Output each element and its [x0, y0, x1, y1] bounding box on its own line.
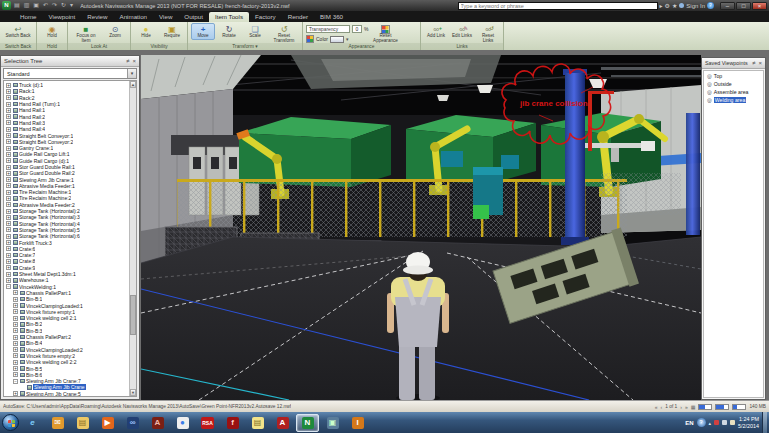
pin-icon[interactable]: ≠ — [126, 58, 129, 64]
network-tray-icon[interactable] — [722, 420, 727, 425]
tree-scrollbar[interactable]: ▲ ▼ — [129, 81, 136, 396]
tab-render[interactable]: Render — [282, 12, 314, 22]
chevron-down-icon[interactable]: ▾ — [127, 69, 136, 78]
expand-icon[interactable]: + — [13, 309, 18, 314]
minimize-button[interactable]: – — [720, 2, 735, 10]
reset-appearance-button[interactable]: Reset Appearance — [370, 23, 400, 45]
explorer-folder-icon[interactable]: ▤ — [71, 414, 94, 432]
flash-icon[interactable]: f — [221, 414, 244, 432]
scale-button[interactable]: ❏ Scale — [243, 23, 267, 40]
hide-button[interactable]: ● Hide — [134, 23, 158, 40]
expand-icon[interactable]: + — [6, 158, 11, 163]
close-button[interactable]: × — [752, 2, 767, 10]
visual-studio-icon[interactable]: ∞ — [121, 414, 144, 432]
tab-bim-360[interactable]: BIM 360 — [314, 12, 349, 22]
expand-icon[interactable]: + — [6, 209, 11, 214]
start-button[interactable] — [2, 414, 19, 431]
expand-icon[interactable]: + — [13, 353, 18, 358]
color-swatch[interactable] — [330, 36, 344, 43]
expand-icon[interactable]: + — [13, 297, 18, 302]
tab-output[interactable]: Output — [178, 12, 209, 22]
expand-icon[interactable]: + — [13, 290, 18, 295]
expand-icon[interactable]: + — [6, 171, 11, 176]
viewpoint-item[interactable]: ◎Outside — [704, 80, 763, 88]
expand-icon[interactable]: + — [6, 127, 11, 132]
color-dropdown-icon[interactable]: ▾ — [346, 36, 349, 42]
require-button[interactable]: ▣ Require — [160, 23, 184, 40]
first-sheet-icon[interactable]: « — [655, 404, 658, 410]
viewpoint-item[interactable]: ◎Assemble area — [704, 88, 763, 96]
expand-icon[interactable]: + — [13, 335, 18, 340]
sign-in-label[interactable]: Sign In — [686, 2, 705, 10]
print-icon[interactable]: ▣ — [32, 1, 40, 10]
expand-icon[interactable]: + — [6, 120, 11, 125]
expand-icon[interactable]: + — [6, 253, 11, 258]
viewport-3d[interactable]: jib crane collision — [141, 55, 701, 400]
expand-icon[interactable]: + — [13, 328, 18, 333]
open-icon[interactable]: ▤ — [13, 1, 21, 10]
expand-icon[interactable]: + — [6, 114, 11, 119]
favorites-star-icon[interactable]: ★ — [672, 2, 677, 10]
expand-icon[interactable]: + — [6, 108, 11, 113]
expand-icon[interactable]: + — [6, 152, 11, 157]
expand-icon[interactable]: + — [6, 234, 11, 239]
expand-icon[interactable]: + — [6, 259, 11, 264]
last-sheet-icon[interactable]: » — [685, 404, 688, 410]
expand-icon[interactable]: + — [13, 372, 18, 377]
expand-icon[interactable]: + — [6, 102, 11, 107]
transparency-value[interactable]: 0 — [352, 25, 362, 33]
redo-icon[interactable]: ↷ — [51, 1, 58, 10]
move-button[interactable]: + Move — [191, 23, 215, 40]
expand-icon[interactable]: + — [6, 265, 11, 270]
expand-icon[interactable]: + — [6, 146, 11, 151]
expand-icon[interactable]: + — [6, 227, 11, 232]
tab-home[interactable]: Home — [14, 12, 43, 22]
viewpoint-item[interactable]: ◎Welding area — [704, 96, 763, 104]
sticky-notes-icon[interactable]: ▤ — [246, 414, 269, 432]
refresh-icon[interactable]: ↻ — [60, 1, 67, 10]
tab-item-tools[interactable]: Item Tools — [209, 12, 249, 22]
remote-desktop-icon[interactable]: ▣ — [321, 414, 344, 432]
tab-viewpoint[interactable]: Viewpoint — [43, 12, 82, 22]
media-player-icon[interactable]: ▶ — [96, 414, 119, 432]
transparency-slider[interactable]: Transparency — [306, 25, 350, 33]
tree-mode-dropdown[interactable]: Standard ▾ — [3, 68, 137, 79]
expand-icon[interactable]: + — [6, 139, 11, 144]
inventor-icon[interactable]: I — [346, 414, 369, 432]
expand-icon[interactable]: + — [6, 196, 11, 201]
navisworks-icon[interactable]: N — [296, 414, 319, 432]
viewpoint-item[interactable]: ◎Top — [704, 72, 763, 80]
reset-links-button[interactable]: ∞↺ Reset Links — [476, 23, 500, 45]
show-hidden-icons[interactable]: ▴ — [709, 420, 712, 426]
scrollbar-thumb[interactable] — [130, 295, 136, 335]
expand-icon[interactable]: + — [6, 202, 11, 207]
expand-icon[interactable]: + — [6, 240, 11, 245]
expand-icon[interactable]: + — [13, 316, 18, 321]
action-center-icon[interactable]: ? — [697, 418, 706, 427]
taskbar-clock[interactable]: 1:24 PM 5/2/2014 — [738, 416, 759, 428]
focus-on-item-button[interactable]: ■ Focus on Item — [71, 23, 101, 45]
expand-icon[interactable]: + — [13, 322, 18, 327]
expand-icon[interactable]: + — [6, 215, 11, 220]
add-link-button[interactable]: ∞+ Add Link — [424, 23, 448, 40]
expand-icon[interactable]: + — [6, 272, 11, 277]
scroll-up-icon[interactable]: ▲ — [130, 81, 136, 88]
edit-links-button[interactable]: ∞✎ Edit Links — [450, 23, 474, 40]
outlook-icon[interactable]: ✉ — [46, 414, 69, 432]
show-desktop-button[interactable] — [762, 412, 767, 433]
sheet-browser-icon[interactable]: ▦ — [691, 404, 696, 410]
maximize-button[interactable]: □ — [736, 2, 751, 10]
saved-viewpoints-header[interactable]: Saved Viewpoints ≠ × — [702, 58, 765, 69]
expand-icon[interactable]: + — [13, 366, 18, 371]
prev-sheet-icon[interactable]: ‹ — [661, 404, 663, 410]
expand-icon[interactable]: + — [13, 360, 18, 365]
reset-transform-button[interactable]: ↺ Reset Transform — [269, 23, 299, 45]
language-indicator[interactable]: EN — [685, 420, 693, 426]
expand-icon[interactable]: + — [6, 95, 11, 100]
expand-icon[interactable]: + — [13, 391, 18, 396]
expand-icon[interactable]: + — [6, 89, 11, 94]
tab-factory[interactable]: Factory — [249, 12, 282, 22]
autocad-icon[interactable]: A — [271, 414, 294, 432]
expand-icon[interactable]: + — [6, 83, 11, 88]
selection-tree-header[interactable]: Selection Tree ≠ × — [1, 56, 139, 67]
